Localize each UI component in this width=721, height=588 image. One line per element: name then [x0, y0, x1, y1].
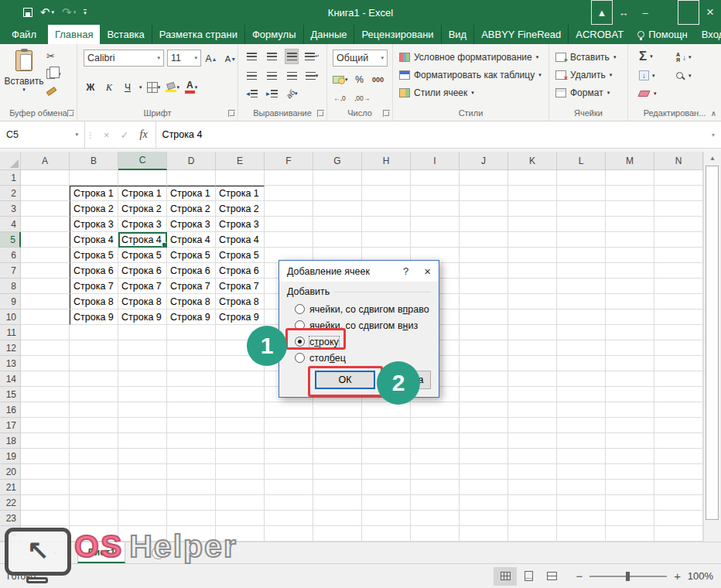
- cell-styles-button[interactable]: Стили ячеек▾: [399, 87, 474, 98]
- radio-option-0[interactable]: ячейки, со сдвигом вправо: [287, 301, 431, 317]
- radio-icon[interactable]: [295, 353, 305, 363]
- cut-button[interactable]: ✂: [46, 50, 55, 62]
- cell-N7[interactable]: [654, 263, 703, 279]
- cell-A12[interactable]: [21, 340, 70, 356]
- cell-K1[interactable]: [508, 170, 557, 186]
- cell-A3[interactable]: [21, 201, 70, 217]
- cell-M8[interactable]: [606, 279, 654, 294]
- cell-I24[interactable]: [411, 526, 460, 542]
- tab-abbyy[interactable]: ABBYY FineRead: [474, 25, 569, 44]
- cell-K24[interactable]: [508, 526, 557, 542]
- cell-M10[interactable]: [606, 309, 654, 325]
- cell-E10[interactable]: Строка 9: [216, 309, 265, 325]
- cell-M15[interactable]: [606, 387, 654, 402]
- row-header-3[interactable]: 3: [0, 201, 21, 217]
- cell-E22[interactable]: [216, 495, 265, 511]
- decrease-indent-button[interactable]: ◄: [244, 86, 258, 101]
- cell-B9[interactable]: Строка 8: [70, 294, 118, 309]
- cell-N19[interactable]: [654, 449, 703, 464]
- cell-B19[interactable]: [70, 449, 118, 464]
- cell-N2[interactable]: [654, 186, 703, 201]
- customize-quick-access-button[interactable]: ▾: [84, 9, 87, 15]
- zoom-slider-thumb[interactable]: [626, 572, 630, 581]
- cell-L13[interactable]: [557, 356, 606, 371]
- cell-G18[interactable]: [313, 433, 362, 449]
- cell-A14[interactable]: [21, 371, 70, 387]
- row-header-7[interactable]: 7: [0, 263, 21, 279]
- font-size-combo[interactable]: 11▾: [167, 50, 201, 67]
- cell-B11[interactable]: [70, 325, 118, 340]
- cell-F5[interactable]: [265, 232, 313, 248]
- align-right-button[interactable]: [285, 68, 299, 84]
- cell-J24[interactable]: [460, 526, 508, 542]
- cell-M20[interactable]: [606, 464, 654, 480]
- cell-I16[interactable]: [411, 402, 460, 418]
- cell-J13[interactable]: [460, 356, 508, 371]
- row-header-1[interactable]: 1: [0, 170, 21, 186]
- cell-D6[interactable]: Строка 5: [167, 248, 216, 263]
- cell-J22[interactable]: [460, 495, 508, 511]
- cell-K11[interactable]: [508, 325, 557, 340]
- cell-H2[interactable]: [362, 186, 411, 201]
- fill-button[interactable]: ↓▾: [639, 70, 655, 80]
- vertical-scrollbar[interactable]: ▲ ▼: [703, 152, 721, 551]
- cell-J7[interactable]: [460, 263, 508, 279]
- borders-button[interactable]: ▾: [147, 80, 161, 95]
- cell-H19[interactable]: [362, 449, 411, 464]
- cell-D4[interactable]: Строка 3: [167, 217, 216, 232]
- cell-N17[interactable]: [654, 418, 703, 433]
- zoom-slider[interactable]: [589, 576, 667, 577]
- cell-J4[interactable]: [460, 217, 508, 232]
- cell-G16[interactable]: [313, 402, 362, 418]
- tab-review[interactable]: Рецензировани: [354, 25, 441, 44]
- column-header-G[interactable]: G: [313, 152, 362, 170]
- row-header-17[interactable]: 17: [0, 418, 21, 433]
- copy-button[interactable]: ▾: [46, 69, 61, 79]
- maximize-button[interactable]: [678, 0, 699, 25]
- cell-M9[interactable]: [606, 294, 654, 309]
- select-all-corner[interactable]: [0, 152, 21, 170]
- row-header-10[interactable]: 10: [0, 309, 21, 325]
- cell-G4[interactable]: [313, 217, 362, 232]
- cell-N6[interactable]: [654, 248, 703, 263]
- cell-F4[interactable]: [265, 217, 313, 232]
- cell-E4[interactable]: Строка 3: [216, 217, 265, 232]
- cell-I18[interactable]: [411, 433, 460, 449]
- column-header-I[interactable]: I: [411, 152, 460, 170]
- cell-C22[interactable]: [118, 495, 167, 511]
- cell-A21[interactable]: [21, 480, 70, 495]
- format-as-table-button[interactable]: Форматировать как таблицу▾: [399, 70, 542, 80]
- cell-G5[interactable]: [313, 232, 362, 248]
- cell-B23[interactable]: [70, 511, 118, 526]
- cell-G23[interactable]: [313, 511, 362, 526]
- sort-filter-button[interactable]: АЯ ↓▾: [676, 52, 692, 63]
- row-header-15[interactable]: 15: [0, 387, 21, 402]
- cell-E23[interactable]: [216, 511, 265, 526]
- cell-D19[interactable]: [167, 449, 216, 464]
- cell-B21[interactable]: [70, 480, 118, 495]
- column-header-A[interactable]: A: [21, 152, 70, 170]
- cell-D13[interactable]: [167, 356, 216, 371]
- cell-G21[interactable]: [313, 480, 362, 495]
- wrap-text-button[interactable]: ↵: [305, 49, 319, 64]
- row-header-23[interactable]: 23: [0, 511, 21, 526]
- cell-K19[interactable]: [508, 449, 557, 464]
- cell-C23[interactable]: [118, 511, 167, 526]
- cell-L12[interactable]: [557, 340, 606, 356]
- cell-L21[interactable]: [557, 480, 606, 495]
- cell-M5[interactable]: [606, 232, 654, 248]
- cell-L5[interactable]: [557, 232, 606, 248]
- row-header-14[interactable]: 14: [0, 371, 21, 387]
- expand-formula-bar-button[interactable]: ▾: [706, 121, 721, 148]
- cell-I2[interactable]: [411, 186, 460, 201]
- cell-M24[interactable]: [606, 526, 654, 542]
- underline-button[interactable]: Ч: [121, 80, 135, 95]
- tab-insert[interactable]: Вставка: [100, 25, 152, 44]
- shrink-font-button[interactable]: А▼: [224, 51, 237, 67]
- cell-C7[interactable]: Строка 6: [118, 263, 167, 279]
- formula-bar-handle[interactable]: ⋮: [85, 121, 96, 148]
- row-header-6[interactable]: 6: [0, 248, 21, 263]
- cell-A7[interactable]: [21, 263, 70, 279]
- cell-A8[interactable]: [21, 279, 70, 294]
- paste-button[interactable]: Вставить ▾: [5, 49, 43, 108]
